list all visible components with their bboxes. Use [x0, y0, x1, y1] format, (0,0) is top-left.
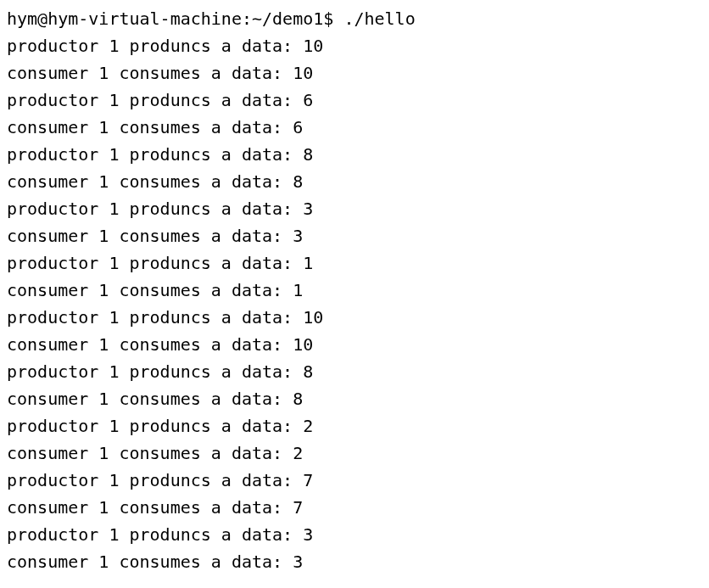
output-line: productor 1 produncs a data: 8 — [7, 358, 702, 385]
output-line: consumer 1 consumes a data: 10 — [7, 59, 702, 87]
output-line: consumer 1 consumes a data: 8 — [7, 385, 702, 412]
output-line: productor 1 produncs a data: 3 — [7, 195, 702, 222]
output-line: consumer 1 consumes a data: 2 — [7, 440, 702, 467]
output-line: productor 1 produncs a data: 10 — [7, 304, 702, 331]
output-line: consumer 1 consumes a data: 3 — [7, 222, 702, 249]
output-line: consumer 1 consumes a data: 10 — [7, 331, 702, 358]
output-line: consumer 1 consumes a data: 1 — [7, 277, 702, 304]
output-line: productor 1 produncs a data: 3 — [7, 521, 702, 548]
output-line: productor 1 produncs a data: 6 — [7, 87, 702, 114]
output-line: consumer 1 consumes a data: 8 — [7, 168, 702, 195]
prompt-colon: : — [242, 8, 252, 29]
prompt-line: hym@hym-virtual-machine:~/demo1$ ./hello — [7, 5, 702, 32]
prompt-dollar: $ — [323, 8, 343, 29]
command-text: ./hello — [343, 8, 415, 29]
output-line: productor 1 produncs a data: 10 — [7, 32, 702, 59]
prompt-user-host: hym@hym-virtual-machine — [7, 8, 242, 29]
output-line: consumer 1 consumes a data: 3 — [7, 548, 702, 575]
output-line: productor 1 produncs a data: 2 — [7, 412, 702, 440]
output-line: productor 1 produncs a data: 8 — [7, 141, 702, 168]
output-line: consumer 1 consumes a data: 7 — [7, 494, 702, 521]
prompt-path: ~/demo1 — [252, 8, 323, 29]
output-line: productor 1 produncs a data: 1 — [7, 249, 702, 277]
output-line: productor 1 produncs a data: 7 — [7, 467, 702, 494]
terminal-output[interactable]: hym@hym-virtual-machine:~/demo1$ ./hello… — [7, 5, 702, 575]
output-line: consumer 1 consumes a data: 6 — [7, 114, 702, 141]
